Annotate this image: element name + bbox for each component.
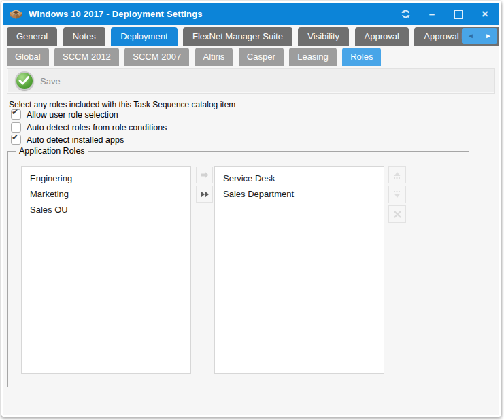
x-delete-icon <box>393 210 402 219</box>
checkbox-allow-user-role-selection[interactable]: ✔ Allow user role selection <box>11 109 118 120</box>
tab-approval[interactable]: Approval <box>355 27 409 46</box>
checkbox-checked-icon: ✔ <box>11 109 21 120</box>
screen: Windows 10 2017 - Deployment Settings – … <box>0 0 504 420</box>
window-title: Windows 10 2017 - Deployment Settings <box>29 9 400 19</box>
add-all-roles-button[interactable] <box>196 186 213 203</box>
checkbox-label: Allow user role selection <box>27 110 118 120</box>
checkbox-auto-detect-roles-from-conditions[interactable]: Auto detect roles from role conditions <box>11 122 167 133</box>
titlebar: Windows 10 2017 - Deployment Settings – … <box>3 3 499 25</box>
instruction-text: Select any roles included with this Task… <box>9 100 235 109</box>
list-item[interactable]: Enginering <box>22 171 190 186</box>
checkbox-auto-detect-installed-apps[interactable]: ✔ Auto detect installed apps <box>11 135 124 145</box>
tab-general[interactable]: General <box>7 27 57 46</box>
list-item[interactable]: Sales Department <box>215 186 384 202</box>
checkbox-checked-icon: ✔ <box>11 135 21 145</box>
maximize-icon[interactable] <box>453 9 464 20</box>
list-item[interactable]: Service Desk <box>215 171 384 186</box>
package-box-icon <box>10 9 22 20</box>
tab-visibility[interactable]: Visibility <box>298 27 349 46</box>
tab-sccm-2012[interactable]: SCCM 2012 <box>54 48 119 66</box>
save-button[interactable]: Save <box>14 70 66 92</box>
primary-tab-strip: General Notes Deployment FlexNet Manager… <box>7 27 499 46</box>
tab-roles[interactable]: Roles <box>342 48 381 66</box>
checkbox-unchecked-icon <box>11 122 21 133</box>
move-down-button[interactable] <box>388 186 406 203</box>
remove-role-button[interactable] <box>388 205 406 223</box>
toolbar: Save <box>7 68 495 94</box>
application-roles-groupbox: Application Roles Enginering Marketing S… <box>7 151 469 387</box>
scroll-left-icon[interactable]: ◄ <box>467 28 474 44</box>
move-up-button[interactable] <box>388 166 406 183</box>
tab-altiris[interactable]: Altiris <box>195 48 233 66</box>
down-arrow-icon <box>392 190 402 199</box>
selected-roles-listbox[interactable]: Service Desk Sales Department <box>214 166 384 374</box>
add-role-button[interactable] <box>196 167 213 183</box>
deployment-settings-window: Windows 10 2017 - Deployment Settings – … <box>1 1 501 417</box>
groupbox-legend: Application Roles <box>16 146 88 156</box>
tab-scroll-buttons: ◄ ► <box>462 28 497 44</box>
tab-sccm-2007[interactable]: SCCM 2007 <box>124 48 189 66</box>
window-controls: – × <box>400 9 490 20</box>
tab-leasing[interactable]: Leasing <box>289 48 337 66</box>
checkbox-label: Auto detect installed apps <box>27 135 124 145</box>
refresh-icon[interactable] <box>400 9 411 20</box>
checkbox-label: Auto detect roles from role conditions <box>27 123 167 133</box>
tab-notes[interactable]: Notes <box>63 27 105 46</box>
close-icon[interactable]: × <box>480 9 490 20</box>
scroll-right-icon[interactable]: ► <box>485 28 492 44</box>
double-right-arrow-icon <box>200 190 209 198</box>
tab-flexnet-manager-suite[interactable]: FlexNet Manager Suite <box>183 27 292 46</box>
green-check-circle-icon <box>15 71 34 90</box>
tab-global[interactable]: Global <box>7 48 49 66</box>
up-arrow-icon <box>392 171 402 179</box>
tab-casper[interactable]: Casper <box>239 48 284 66</box>
right-arrow-icon <box>199 171 209 179</box>
secondary-tab-strip: Global SCCM 2012 SCCM 2007 Altiris Caspe… <box>7 48 499 66</box>
save-button-label: Save <box>40 76 61 86</box>
tab-deployment[interactable]: Deployment <box>111 27 177 46</box>
list-item[interactable]: Sales OU <box>22 202 190 217</box>
content-area: General Notes Deployment FlexNet Manager… <box>3 25 499 415</box>
minimize-icon[interactable]: – <box>426 9 437 20</box>
available-roles-listbox[interactable]: Enginering Marketing Sales OU <box>21 166 191 374</box>
list-item[interactable]: Marketing <box>22 186 190 202</box>
